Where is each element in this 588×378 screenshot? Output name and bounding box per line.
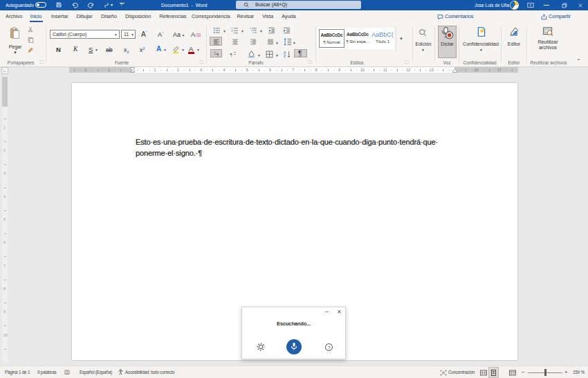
svg-text:2: 2: [232, 30, 233, 33]
svg-text:A: A: [284, 51, 286, 55]
svg-text:¶: ¶: [217, 52, 219, 57]
svg-text:Z: Z: [284, 55, 286, 58]
svg-text:¶: ¶: [230, 52, 233, 57]
